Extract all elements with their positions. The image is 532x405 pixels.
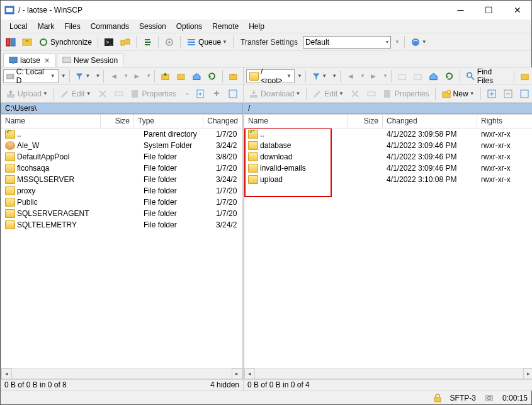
- folder-icon: [5, 164, 15, 173]
- table-row[interactable]: proxyFile folder1/7/20: [1, 185, 242, 197]
- remote-hscroll[interactable]: ◂▸: [244, 368, 532, 379]
- terminal-button[interactable]: >_: [101, 35, 116, 49]
- col-size[interactable]: Size: [101, 115, 134, 128]
- sync-dirs-button[interactable]: [118, 35, 133, 49]
- upload-button[interactable]: Upload▼: [3, 87, 50, 101]
- col-name[interactable]: Name: [1, 115, 101, 128]
- close-button[interactable]: ✕: [503, 1, 531, 20]
- local-refresh-button[interactable]: [205, 69, 219, 83]
- transfer-options-button[interactable]: [140, 35, 155, 49]
- local-back-button[interactable]: ◄: [107, 69, 121, 83]
- remote-minus-button[interactable]: [501, 87, 516, 101]
- remote-home-button[interactable]: [426, 69, 441, 83]
- local-newfile-button[interactable]: [193, 87, 208, 101]
- compare-button[interactable]: [3, 35, 18, 49]
- remote-plus-button[interactable]: [484, 87, 499, 101]
- table-row[interactable]: upload4/1/2022 3:10:08 PMrwxr-xr-x: [244, 174, 532, 185]
- table-row[interactable]: invalid-emails4/1/2022 3:09:46 PMrwxr-xr…: [244, 163, 532, 174]
- svg-rect-33: [521, 74, 528, 79]
- remote-edit-button[interactable]: Edit▼: [310, 87, 346, 101]
- table-row[interactable]: ficohsaqaFile folder1/7/20: [1, 163, 242, 174]
- remote-new-button[interactable]: New▼: [439, 87, 477, 101]
- svg-rect-12: [188, 42, 195, 43]
- local-edit-button[interactable]: Edit▼: [57, 87, 94, 101]
- sync-browse-button[interactable]: [20, 35, 35, 49]
- table-row[interactable]: ..4/1/2022 3:09:58 PMrwxr-xr-x: [244, 128, 532, 140]
- svg-rect-13: [188, 44, 195, 45]
- menu-files[interactable]: Files: [59, 21, 85, 32]
- synchronize-button[interactable]: Synchronize: [36, 35, 94, 49]
- local-forward-button[interactable]: ►: [130, 69, 144, 83]
- table-row[interactable]: Ale_WSystem Folder3/24/2: [1, 140, 242, 151]
- table-row[interactable]: MSSQLSERVERFile folder3/24/2: [1, 174, 242, 185]
- local-root-button[interactable]: [174, 69, 188, 83]
- new-session-tab[interactable]: New Session: [57, 54, 123, 67]
- col-rights-r[interactable]: Rights: [477, 115, 532, 128]
- queue-button[interactable]: Queue▼: [184, 35, 230, 49]
- remote-path-bar[interactable]: /: [244, 103, 532, 114]
- remote-root-button[interactable]: [410, 69, 425, 83]
- remote-bookmark-button[interactable]: [518, 69, 532, 83]
- remote-properties-button[interactable]: Properties: [380, 87, 432, 101]
- local-more-button[interactable]: »: [183, 91, 191, 97]
- local-bookmark-button[interactable]: [226, 69, 241, 83]
- table-row[interactable]: PublicFile folder1/7/20: [1, 197, 242, 208]
- transfer-settings-combo[interactable]: Default▾: [303, 36, 391, 48]
- table-row[interactable]: DefaultAppPoolFile folder3/8/20: [1, 151, 242, 163]
- col-changed[interactable]: Changed: [203, 115, 242, 128]
- menu-local[interactable]: Local: [4, 21, 33, 32]
- transfer-settings-label: Transfer Settings: [237, 38, 302, 47]
- remote-refresh-button[interactable]: [442, 69, 456, 83]
- local-up-button[interactable]: [158, 69, 173, 83]
- folder-icon: [5, 175, 15, 184]
- menu-session[interactable]: Session: [134, 21, 171, 32]
- col-type[interactable]: Type: [134, 115, 203, 128]
- local-rename-button[interactable]: [111, 87, 127, 101]
- local-path-bar[interactable]: C:\Users\: [1, 103, 243, 114]
- local-properties-button[interactable]: Properties: [128, 87, 179, 101]
- local-home-button[interactable]: [190, 69, 204, 83]
- folder-icon: [248, 152, 258, 161]
- remote-props2-button[interactable]: [517, 87, 532, 101]
- local-drive-combo[interactable]: C: Local D▼: [3, 69, 59, 83]
- remote-rename-button[interactable]: [364, 87, 379, 101]
- col-changed-r[interactable]: Changed: [383, 115, 477, 128]
- table-row[interactable]: database4/1/2022 3:09:46 PMrwxr-xr-x: [244, 140, 532, 151]
- table-row[interactable]: SQLSERVERAGENTFile folder1/7/20: [1, 208, 242, 219]
- local-filter-button[interactable]: ▼: [72, 69, 93, 83]
- download-button[interactable]: Download▼: [246, 87, 303, 101]
- local-newfolder-button[interactable]: [209, 87, 224, 101]
- maximize-button[interactable]: ☐: [475, 1, 503, 20]
- menu-commands[interactable]: Commands: [86, 21, 134, 32]
- menu-help[interactable]: Help: [244, 21, 269, 32]
- session-tab-laotse[interactable]: laotse ✕: [3, 54, 55, 67]
- table-row[interactable]: ..Parent directory1/7/20: [1, 128, 242, 140]
- menu-options[interactable]: Options: [171, 21, 207, 32]
- svg-point-14: [412, 38, 419, 46]
- up-icon: [5, 130, 15, 139]
- app-icon: [4, 5, 14, 15]
- local-hscroll[interactable]: ◂▸: [1, 368, 242, 379]
- col-name-r[interactable]: Name: [244, 115, 348, 128]
- connection-time: 0:00:15: [502, 394, 528, 402]
- menu-remote[interactable]: Remote: [207, 21, 244, 32]
- svg-rect-16: [12, 63, 14, 64]
- user-icon: [5, 141, 15, 150]
- remote-find-button[interactable]: Find Files: [463, 69, 511, 83]
- col-size-r[interactable]: Size: [348, 115, 383, 128]
- tab-close-icon[interactable]: ✕: [44, 57, 50, 65]
- table-row[interactable]: SQLTELEMETRYFile folder3/24/2: [1, 219, 242, 231]
- table-row[interactable]: download4/1/2022 3:09:46 PMrwxr-xr-x: [244, 151, 532, 163]
- local-delete-button[interactable]: [95, 87, 110, 101]
- minimize-button[interactable]: ─: [446, 1, 475, 20]
- remote-up-button[interactable]: [395, 69, 409, 83]
- remote-back-button[interactable]: ◄: [344, 69, 358, 83]
- menu-mark[interactable]: Mark: [33, 21, 60, 32]
- remote-dir-combo[interactable]: / <root>▼: [246, 69, 295, 83]
- gear-button[interactable]: [162, 35, 177, 49]
- remote-filter-button[interactable]: ▼: [309, 69, 329, 83]
- remote-delete-button[interactable]: [348, 87, 363, 101]
- local-props2-button[interactable]: [225, 87, 241, 101]
- remote-forward-button[interactable]: ►: [366, 69, 380, 83]
- reconnect-button[interactable]: ▼: [408, 35, 429, 49]
